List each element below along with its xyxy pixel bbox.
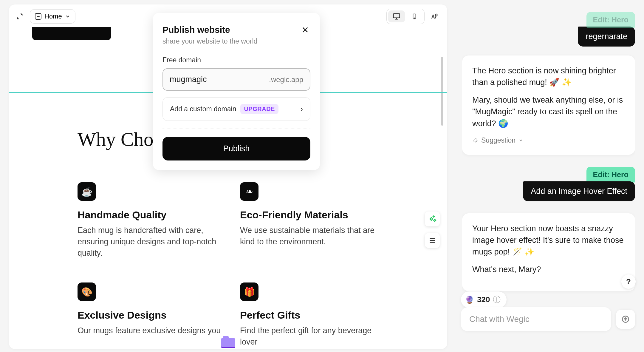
chat-input[interactable]: Chat with Wegic [461,307,611,331]
edit-context-chip: Edit: Hero [586,12,635,28]
chat-placeholder: Chat with Wegic [469,314,530,324]
svg-rect-0 [394,14,400,18]
page-selector[interactable]: Home [30,9,75,24]
features-grid: ☕ Handmade Quality Each mug is handcraft… [78,182,402,348]
publish-modal: Publish website share your website to th… [153,13,320,170]
chevron-right-icon: › [300,104,303,114]
svg-point-3 [435,14,437,16]
edit-context-chip: Edit: Hero [586,167,635,183]
feature-desc: Find the perfect gift for any beverage l… [240,325,386,348]
assistant-text: Your Hero section now boasts a snazzy im… [472,223,625,258]
mug-icon: ☕ [78,182,96,201]
feature-desc: We use sustainable materials that are ki… [240,225,386,248]
send-button[interactable] [616,310,635,329]
assistant-message: Your Hero section now boasts a snazzy im… [462,213,635,291]
device-toggle [386,9,425,24]
custom-domain-label: Add a custom domain [170,105,236,113]
feature-title: Exclusive Designs [78,309,240,321]
leaf-icon: ❧ [240,182,258,201]
assistant-text: Mary, should we tweak anything else, or … [472,94,625,129]
close-icon[interactable]: ✕ [300,25,310,35]
gem-icon: 🔮 [465,296,474,304]
canvas-menu-button[interactable] [425,233,440,248]
typography-button[interactable] [428,10,441,23]
svg-point-2 [414,18,415,18]
page-icon [35,13,41,20]
desktop-view-button[interactable] [388,10,405,22]
feature-title: Handmade Quality [78,209,240,221]
assistant-text: What's next, Mary? [472,264,625,275]
publish-title: Publish website [162,25,257,35]
publish-subtitle: share your website to the world [162,37,257,45]
assistant-text: The Hero section is now shining brighter… [472,65,625,88]
gift-icon: 🎁 [240,282,258,301]
scrollbar[interactable] [441,57,443,126]
feature-card: ❧ Eco-Friendly Materials We use sustaina… [240,182,402,259]
feature-card: ☕ Handmade Quality Each mug is handcraft… [78,182,240,259]
feature-desc: Each mug is handcrafted with care, ensur… [78,225,224,259]
page-selector-label: Home [44,13,62,20]
user-message-group: Edit: Hero Add an Image Hover Effect [462,167,635,201]
chevron-down-icon [518,138,523,143]
domain-field[interactable]: .wegic.app [162,68,310,91]
custom-domain-row[interactable]: Add a custom domain UPGRADE › [162,97,310,121]
suggestion-toggle[interactable]: Suggestion [472,135,625,145]
assistant-message: The Hero section is now shining brighter… [462,55,635,155]
chevron-down-icon [65,14,70,19]
user-message: regernarate [578,27,635,47]
separator [162,129,310,129]
user-message: Add an Image Hover Effect [523,181,635,201]
help-button[interactable]: ? [621,274,636,289]
info-icon[interactable]: ⓘ [493,294,501,305]
feature-title: Eco-Friendly Materials [240,209,402,221]
chat-panel: Edit: Hero regernarate The Hero section … [447,0,644,352]
hero-button-fragment [32,27,111,40]
feature-desc: Our mugs feature exclusive designs you [78,325,224,336]
ai-regenerate-button[interactable] [425,211,440,226]
folder-icon[interactable] [221,338,235,347]
editor-panel: Home [9,4,447,349]
domain-label: Free domain [162,56,310,64]
domain-suffix: .wegic.app [269,75,303,84]
publish-button[interactable]: Publish [162,137,310,160]
sparkle-icon [472,137,478,143]
feature-title: Perfect Gifts [240,309,402,321]
credits-pill[interactable]: 🔮 320 ⓘ [461,291,507,308]
chat-input-row: Chat with Wegic [461,307,635,331]
mobile-view-button[interactable] [406,10,423,22]
feature-card: 🎨 Exclusive Designs Our mugs feature exc… [78,282,240,348]
feature-card: 🎁 Perfect Gifts Find the perfect gift fo… [240,282,402,348]
expand-icon[interactable] [16,12,24,21]
upgrade-badge: UPGRADE [240,104,278,114]
domain-input[interactable] [170,75,250,84]
suggestion-label: Suggestion [481,135,515,145]
palette-icon: 🎨 [78,282,96,301]
credits-count: 320 [477,295,490,304]
user-message-group: Edit: Hero regernarate [462,12,635,47]
